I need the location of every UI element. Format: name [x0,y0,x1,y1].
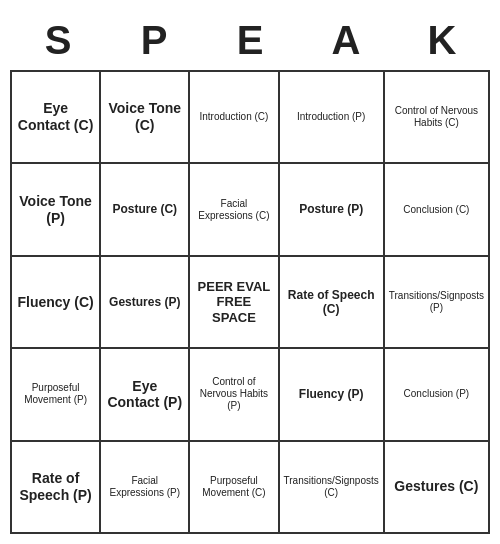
header-a: A [298,10,394,70]
header-s: S [10,10,106,70]
grid-cell-22[interactable]: Purposeful Movement (C) [190,442,279,534]
grid-cell-7[interactable]: Facial Expressions (C) [190,164,279,256]
header-e: E [202,10,298,70]
grid-cell-4[interactable]: Control of Nervous Habits (C) [385,72,490,164]
grid-cell-17[interactable]: Control of Nervous Habits (P) [190,349,279,441]
grid-cell-23[interactable]: Transitions/Signposts (C) [280,442,385,534]
bingo-card: S P E A K Eye Contact (C)Voice Tone (C)I… [10,10,490,534]
grid-cell-16[interactable]: Eye Contact (P) [101,349,190,441]
grid-cell-0[interactable]: Eye Contact (C) [12,72,101,164]
grid-cell-20[interactable]: Rate of Speech (P) [12,442,101,534]
grid-cell-15[interactable]: Purposeful Movement (P) [12,349,101,441]
grid-cell-13[interactable]: Rate of Speech (C) [280,257,385,349]
grid-cell-6[interactable]: Posture (C) [101,164,190,256]
grid-cell-3[interactable]: Introduction (P) [280,72,385,164]
header-p: P [106,10,202,70]
grid-cell-14[interactable]: Transitions/Signposts (P) [385,257,490,349]
grid-cell-12[interactable]: PEER EVAL FREE SPACE [190,257,279,349]
grid-cell-1[interactable]: Voice Tone (C) [101,72,190,164]
grid-cell-2[interactable]: Introduction (C) [190,72,279,164]
header-row: S P E A K [10,10,490,70]
header-k: K [394,10,490,70]
grid-cell-19[interactable]: Conclusion (P) [385,349,490,441]
grid-cell-10[interactable]: Fluency (C) [12,257,101,349]
grid-cell-5[interactable]: Voice Tone (P) [12,164,101,256]
grid-cell-18[interactable]: Fluency (P) [280,349,385,441]
grid-cell-8[interactable]: Posture (P) [280,164,385,256]
bingo-grid: Eye Contact (C)Voice Tone (C)Introductio… [10,70,490,534]
grid-cell-9[interactable]: Conclusion (C) [385,164,490,256]
grid-cell-24[interactable]: Gestures (C) [385,442,490,534]
grid-cell-21[interactable]: Facial Expressions (P) [101,442,190,534]
grid-cell-11[interactable]: Gestures (P) [101,257,190,349]
